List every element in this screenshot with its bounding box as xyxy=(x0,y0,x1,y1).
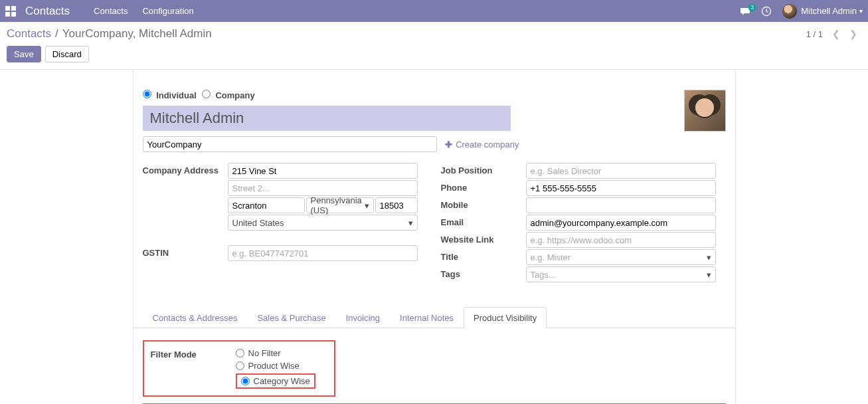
plus-icon: ✚ xyxy=(445,140,452,150)
label-tags: Tags xyxy=(441,266,526,279)
job-position-input[interactable] xyxy=(526,163,716,179)
action-bar: Save Discard xyxy=(0,43,868,70)
tab-invoicing[interactable]: Invoicing xyxy=(336,307,390,328)
label-phone: Phone xyxy=(441,180,526,193)
radio-category-wise-input[interactable] xyxy=(241,377,250,385)
country-value: United States xyxy=(232,218,284,228)
breadcrumb-root[interactable]: Contacts xyxy=(7,27,51,41)
caret-down-icon: ▾ xyxy=(859,7,863,15)
radio-category-wise[interactable]: Category Wise xyxy=(241,376,310,386)
state-select[interactable]: Pennsylvania (US) ▾ xyxy=(306,197,374,213)
tags-placeholder: Tags... xyxy=(531,270,556,280)
radio-product-wise-input[interactable] xyxy=(236,361,244,370)
form-sheet: Individual Company ✚ Create company xyxy=(133,70,736,404)
email-input[interactable] xyxy=(526,215,716,231)
radio-no-filter-input[interactable] xyxy=(236,349,244,357)
radio-individual[interactable]: Individual xyxy=(143,90,197,100)
menu-configuration[interactable]: Configuration xyxy=(142,6,193,16)
save-button[interactable]: Save xyxy=(7,46,41,62)
state-value: Pennsylvania (US) xyxy=(311,195,365,215)
country-select[interactable]: United States ▾ xyxy=(228,215,418,231)
tabs: Contacts & Addresses Sales & Purchase In… xyxy=(133,306,735,328)
messages-icon[interactable]: 3 xyxy=(740,7,750,16)
tab-product-visibility[interactable]: Product Visibility xyxy=(464,307,547,328)
city-input[interactable] xyxy=(228,197,305,213)
tags-select[interactable]: Tags... ▾ xyxy=(526,266,716,282)
label-gstin: GSTIN xyxy=(143,245,228,258)
radio-product-wise-label: Product Wise xyxy=(248,361,300,371)
tab-sales-purchase[interactable]: Sales & Purchase xyxy=(247,307,335,328)
street-input[interactable] xyxy=(228,163,418,179)
create-company-label: Create company xyxy=(456,140,519,150)
filter-mode-label: Filter Mode xyxy=(151,348,236,389)
breadcrumb-current: YourCompany, Mitchell Admin xyxy=(62,27,212,41)
title-placeholder: e.g. Mister xyxy=(531,252,571,262)
street2-input[interactable] xyxy=(228,180,418,196)
caret-down-icon: ▾ xyxy=(707,270,711,280)
title-select[interactable]: e.g. Mister ▾ xyxy=(526,249,716,265)
messages-badge: 3 xyxy=(748,4,756,11)
radio-company-input[interactable] xyxy=(202,90,211,98)
mobile-input[interactable] xyxy=(526,197,716,213)
user-menu[interactable]: Mitchell Admin ▾ xyxy=(782,4,863,19)
label-company-address: Company Address xyxy=(143,163,228,175)
pager-prev-icon[interactable]: ❮ xyxy=(832,29,840,39)
pager-text: 1 / 1 xyxy=(806,29,823,39)
label-mobile: Mobile xyxy=(441,197,526,210)
radio-company-label: Company xyxy=(215,90,254,100)
radio-no-filter-label: No Filter xyxy=(248,348,281,358)
breadcrumb-sep: / xyxy=(55,27,58,41)
breadcrumb-bar: Contacts / YourCompany, Mitchell Admin 1… xyxy=(0,22,868,43)
pager: 1 / 1 ❮ ❯ xyxy=(806,29,857,39)
radio-individual-input[interactable] xyxy=(143,90,151,98)
tab-body-product-visibility: Filter Mode No Filter Product Wise xyxy=(133,328,735,404)
website-input[interactable] xyxy=(526,232,716,248)
app-name: Contacts xyxy=(25,5,70,18)
activities-icon[interactable] xyxy=(761,6,772,17)
zip-input[interactable] xyxy=(375,197,418,213)
phone-input[interactable] xyxy=(526,180,716,196)
contact-type-radios: Individual Company xyxy=(143,90,726,100)
discard-button[interactable]: Discard xyxy=(45,46,89,62)
name-input[interactable] xyxy=(143,106,511,131)
caret-down-icon: ▾ xyxy=(365,201,369,211)
user-name: Mitchell Admin xyxy=(801,6,857,16)
category-wise-highlight: Category Wise xyxy=(236,373,315,389)
pager-next-icon[interactable]: ❯ xyxy=(849,29,857,39)
radio-category-wise-label: Category Wise xyxy=(254,376,310,386)
gstin-input[interactable] xyxy=(228,245,418,261)
caret-down-icon: ▾ xyxy=(408,218,413,228)
label-title: Title xyxy=(441,249,526,262)
caret-down-icon: ▾ xyxy=(707,252,711,262)
menu-contacts[interactable]: Contacts xyxy=(94,6,128,16)
tab-contacts-addresses[interactable]: Contacts & Addresses xyxy=(143,307,248,328)
company-input[interactable] xyxy=(143,136,437,152)
contact-photo[interactable] xyxy=(684,90,726,132)
tab-internal-notes[interactable]: Internal Notes xyxy=(390,307,464,328)
label-email: Email xyxy=(441,215,526,227)
radio-product-wise[interactable]: Product Wise xyxy=(236,361,315,371)
filter-mode-highlight: Filter Mode No Filter Product Wise xyxy=(143,340,335,397)
user-avatar-icon xyxy=(782,4,797,19)
label-job-position: Job Position xyxy=(441,163,526,175)
top-navbar: Contacts Contacts Configuration 3 Mitche… xyxy=(0,0,868,22)
create-company-link[interactable]: ✚ Create company xyxy=(445,140,519,150)
label-website: Website Link xyxy=(441,232,526,245)
radio-individual-label: Individual xyxy=(156,90,197,100)
radio-no-filter[interactable]: No Filter xyxy=(236,348,315,358)
apps-icon[interactable] xyxy=(5,6,16,17)
radio-company[interactable]: Company xyxy=(202,90,255,100)
